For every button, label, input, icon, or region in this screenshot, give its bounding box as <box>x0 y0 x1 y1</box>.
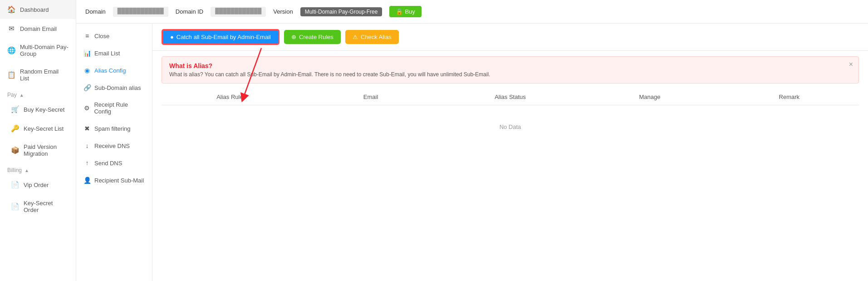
sidebar-item-key-order[interactable]: 📄 Key-Secret Order <box>4 194 76 219</box>
check-alias-button[interactable]: ⚠ Check Alias <box>345 30 399 44</box>
table-empty-state: No Data <box>162 105 859 148</box>
sidebar-sub-billing: 📄 Vip Order 📄 Key-Secret Order <box>0 175 76 219</box>
panel-item-receipt-rule[interactable]: ⚙ Receipt Rule Config <box>76 96 152 120</box>
table: Alias Rules Email Alias Status Manage Re… <box>162 89 859 148</box>
toolbar-container: ● Catch all Sub-Email by Admin-Email ⊕ C… <box>152 24 868 51</box>
down-arrow-icon: ↓ <box>83 142 91 149</box>
doc-icon: 📄 <box>11 181 19 189</box>
right-content: ● Catch all Sub-Email by Admin-Email ⊕ C… <box>152 24 868 281</box>
sidebar-item-dashboard[interactable]: 🏠 Dashboard <box>0 0 76 19</box>
main-content: Domain ████████████ Domain ID ██████████… <box>76 0 868 281</box>
col-email: Email <box>301 94 440 100</box>
sidebar-item-paid-migration[interactable]: 📦 Paid Version Migration <box>4 138 76 163</box>
lock-icon: 🔒 <box>396 8 403 15</box>
sidebar-item-random-email[interactable]: 📋 Random Email List <box>0 63 76 87</box>
globe-icon: 🌐 <box>7 46 15 54</box>
sidebar: 🏠 Dashboard ✉ Domain Email 🌐 Multi-Domai… <box>0 0 76 281</box>
alias-icon: ◉ <box>83 67 91 74</box>
chart-icon: 📊 <box>83 49 91 57</box>
menu-icon: ≡ <box>83 32 91 39</box>
info-description: What is alias? You can catch all Sub-Ema… <box>169 71 851 78</box>
key-icon: 🔑 <box>11 124 19 133</box>
version-label: Version <box>273 8 293 15</box>
version-badge: Multi-Domain Pay-Group-Free <box>300 7 383 16</box>
sidebar-item-key-list[interactable]: 🔑 Key-Secret List <box>4 119 76 138</box>
create-rules-button[interactable]: ⊕ Create Rules <box>284 30 341 44</box>
chevron-down-icon: ▲ <box>25 168 29 173</box>
warning-icon: ⚠ <box>353 34 358 40</box>
buy-button[interactable]: 🔒 Buy <box>389 6 421 17</box>
spam-icon: ✖ <box>83 125 91 132</box>
cart-icon: 🛒 <box>11 105 19 113</box>
list-icon: 📋 <box>7 71 15 79</box>
sidebar-group-pay[interactable]: Pay ▲ <box>0 87 76 100</box>
panel-item-alias-config[interactable]: ◉ Alias Config <box>76 62 152 79</box>
sidebar-sub-pay: 🛒 Buy Key-Secret 🔑 Key-Secret List 📦 Pai… <box>0 100 76 163</box>
content-area: ≡ Close 📊 Email List ◉ Alias Config 🔗 Su… <box>76 24 868 281</box>
email-icon: ✉ <box>7 25 15 33</box>
dashboard-icon: 🏠 <box>7 5 15 14</box>
chevron-up-icon: ▲ <box>20 93 24 98</box>
info-title: What is Alias? <box>169 62 851 69</box>
info-close-button[interactable]: × <box>849 60 853 69</box>
col-manage: Manage <box>580 94 719 100</box>
col-remark: Remark <box>720 94 859 100</box>
circle-icon: ● <box>170 34 174 40</box>
col-alias-status: Alias Status <box>441 94 580 100</box>
sidebar-group-billing[interactable]: Billing ▲ <box>0 163 76 175</box>
panel-item-recipient[interactable]: 👤 Recipient Sub-Mail <box>76 172 152 189</box>
header-bar: Domain ████████████ Domain ID ██████████… <box>76 0 868 24</box>
panel-item-email-list[interactable]: 📊 Email List <box>76 44 152 62</box>
info-box: What is Alias? What is alias? You can ca… <box>162 56 859 84</box>
up-arrow-icon: ↑ <box>83 159 91 167</box>
panel-item-receive-dns[interactable]: ↓ Receive DNS <box>76 137 152 154</box>
domain-id-label: Domain ID <box>176 8 203 15</box>
panel-item-send-dns[interactable]: ↑ Send DNS <box>76 154 152 172</box>
domain-label: Domain <box>85 8 106 15</box>
table-header: Alias Rules Email Alias Status Manage Re… <box>162 89 859 105</box>
sidebar-item-multi-domain[interactable]: 🌐 Multi-Domain Pay-Group <box>0 38 76 63</box>
panel-item-close[interactable]: ≡ Close <box>76 27 152 44</box>
catch-button[interactable]: ● Catch all Sub-Email by Admin-Email <box>162 29 280 45</box>
sidebar-item-vip-order[interactable]: 📄 Vip Order <box>4 175 76 194</box>
left-panel: ≡ Close 📊 Email List ◉ Alias Config 🔗 Su… <box>76 24 152 281</box>
panel-item-spam[interactable]: ✖ Spam filtering <box>76 120 152 137</box>
col-alias-rules: Alias Rules <box>162 94 301 100</box>
link-icon: 🔗 <box>83 84 91 91</box>
doc2-icon: 📄 <box>11 202 19 211</box>
panel-item-sub-domain[interactable]: 🔗 Sub-Domain alias <box>76 79 152 96</box>
package-icon: 📦 <box>11 146 19 154</box>
gear-icon: ⚙ <box>83 104 90 112</box>
domain-id-value: ████████████ <box>211 7 266 17</box>
toolbar: ● Catch all Sub-Email by Admin-Email ⊕ C… <box>152 24 868 51</box>
sidebar-item-buy-key[interactable]: 🛒 Buy Key-Secret <box>4 100 76 119</box>
plus-circle-icon: ⊕ <box>291 34 296 40</box>
domain-value: ████████████ <box>113 7 168 17</box>
sidebar-item-domain-email[interactable]: ✉ Domain Email <box>0 19 76 38</box>
user-icon: 👤 <box>83 177 91 184</box>
